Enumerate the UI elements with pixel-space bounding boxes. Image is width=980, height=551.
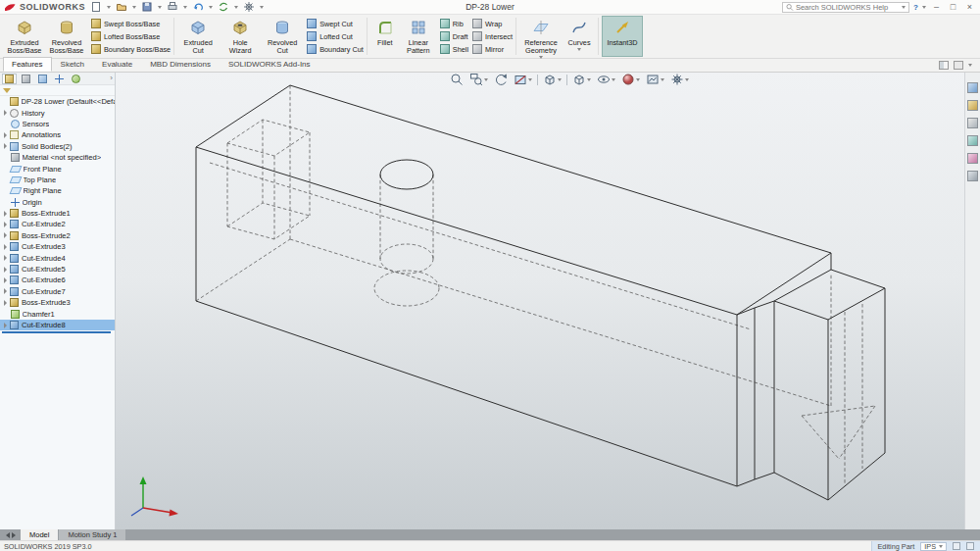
- tree-root[interactable]: DP-28 Lower (Default<<Default>_Disp: [0, 96, 115, 107]
- tab-scroll-controls[interactable]: [2, 529, 20, 540]
- expand-icon[interactable]: [4, 255, 7, 261]
- options-dropdown-caret[interactable]: [260, 6, 264, 9]
- tree-item-cut-extrude7[interactable]: Cut-Extrude7: [0, 286, 115, 297]
- shell-button[interactable]: Shell: [440, 43, 468, 55]
- unit-system-selector[interactable]: IPS: [920, 542, 947, 551]
- reference-geometry-button[interactable]: ReferenceGeometry: [519, 16, 563, 57]
- tree-item-boss-extrude3[interactable]: Boss-Extrude3: [0, 297, 115, 308]
- filter-funnel-icon[interactable]: [3, 88, 11, 93]
- expand-icon[interactable]: [4, 300, 7, 306]
- pane-display-icon[interactable]: [954, 61, 963, 70]
- tree-item-material[interactable]: Material <not specified>: [0, 152, 115, 163]
- boundary-boss-base-button[interactable]: Boundary Boss/Base: [91, 43, 171, 55]
- swept-cut-button[interactable]: Swept Cut: [307, 18, 364, 29]
- close-button[interactable]: ×: [963, 1, 976, 14]
- expand-icon[interactable]: [4, 323, 7, 328]
- rebuild-icon[interactable]: [217, 1, 230, 13]
- lofted-boss-base-button[interactable]: Lofted Boss/Base: [91, 30, 171, 42]
- tree-item-boss-extrude1[interactable]: Boss-Extrude1: [0, 208, 115, 219]
- pane-split-icon[interactable]: [939, 61, 949, 70]
- tree-item-boss-extrude2[interactable]: Boss-Extrude2: [0, 230, 115, 241]
- expand-icon[interactable]: [4, 288, 7, 294]
- file-explorer-icon[interactable]: [967, 118, 978, 128]
- boundary-cut-button[interactable]: Boundary Cut: [307, 43, 364, 55]
- wireframe-model[interactable]: [116, 73, 964, 529]
- tab-features[interactable]: Features: [3, 57, 52, 72]
- expand-icon[interactable]: [4, 222, 7, 227]
- expand-icon[interactable]: [4, 267, 7, 273]
- display-style-button[interactable]: [571, 73, 592, 86]
- tab-sketch[interactable]: Sketch: [52, 57, 93, 72]
- expand-icon[interactable]: [4, 143, 7, 149]
- model-tab[interactable]: Model: [21, 529, 58, 540]
- minimize-button[interactable]: –: [930, 1, 943, 14]
- save-dropdown-caret[interactable]: [158, 6, 162, 9]
- new-dropdown-caret[interactable]: [107, 6, 111, 9]
- view-settings-button[interactable]: [669, 73, 690, 86]
- expand-icon[interactable]: [4, 132, 7, 138]
- rib-button[interactable]: Rib: [440, 18, 468, 29]
- lofted-cut-button[interactable]: Lofted Cut: [307, 30, 364, 42]
- expand-icon[interactable]: [4, 244, 7, 250]
- panel-flyout-arrow[interactable]: ›: [110, 74, 113, 83]
- tab-evaluate[interactable]: Evaluate: [93, 57, 141, 72]
- orientation-caret[interactable]: [558, 78, 562, 81]
- options-gear-icon[interactable]: [242, 1, 256, 13]
- fillet-button[interactable]: Fillet: [370, 16, 400, 57]
- design-library-icon[interactable]: [967, 100, 978, 111]
- print-dropdown-caret[interactable]: [183, 6, 187, 9]
- help-dropdown-caret[interactable]: [922, 6, 926, 9]
- dimxpert-manager-tab[interactable]: [52, 74, 67, 84]
- extruded-cut-button[interactable]: ExtrudedCut: [177, 16, 219, 57]
- tab-mbd-dimensions[interactable]: MBD Dimensions: [141, 57, 220, 72]
- search-input[interactable]: [796, 3, 900, 12]
- curves-button[interactable]: Curves: [564, 16, 595, 57]
- tree-item-origin[interactable]: Origin: [0, 197, 115, 208]
- maximize-button[interactable]: □: [947, 1, 959, 14]
- expand-icon[interactable]: [4, 211, 7, 217]
- tree-item-chamfer1[interactable]: Chamfer1: [0, 308, 115, 319]
- motion-study-tab[interactable]: Motion Study 1: [59, 529, 125, 540]
- extruded-boss-base-button[interactable]: ExtrudedBoss/Base: [4, 16, 45, 57]
- rebuild-dropdown-caret[interactable]: [234, 6, 238, 9]
- search-scope-caret[interactable]: [902, 6, 906, 9]
- tab-solidworks-addins[interactable]: SOLIDWORKS Add-Ins: [220, 57, 319, 72]
- solidworks-resources-icon[interactable]: [967, 82, 978, 93]
- tree-item-cut-extrude6[interactable]: Cut-Extrude6: [0, 275, 115, 285]
- apply-scene-button[interactable]: [645, 73, 665, 86]
- appearance-caret[interactable]: [636, 78, 640, 81]
- graphics-area[interactable]: [116, 73, 964, 529]
- swept-boss-base-button[interactable]: Swept Boss/Base: [91, 18, 171, 29]
- scene-caret[interactable]: [661, 78, 664, 81]
- expand-icon[interactable]: [4, 110, 7, 116]
- tree-item-top-plane[interactable]: Top Plane: [0, 175, 115, 185]
- instant3d-button[interactable]: Instant3D: [602, 16, 643, 57]
- status-quick-tips-icon[interactable]: [966, 542, 974, 550]
- new-document-icon[interactable]: [89, 1, 103, 13]
- view-orientation-button[interactable]: [542, 73, 563, 86]
- wrap-button[interactable]: Wrap: [472, 18, 513, 29]
- zoom-to-area-button[interactable]: [468, 73, 489, 86]
- zoom-to-fit-button[interactable]: [449, 73, 465, 86]
- revolved-cut-button[interactable]: RevolvedCut: [262, 16, 303, 57]
- tree-item-cut-extrude4[interactable]: Cut-Extrude4: [0, 252, 115, 263]
- save-icon[interactable]: [140, 1, 154, 13]
- linear-pattern-button[interactable]: LinearPattern: [401, 16, 436, 57]
- custom-properties-icon[interactable]: [967, 171, 978, 181]
- display-manager-tab[interactable]: [69, 74, 83, 84]
- tree-item-solid-bodies[interactable]: Solid Bodies(2): [0, 141, 115, 152]
- tree-item-front-plane[interactable]: Front Plane: [0, 163, 115, 174]
- view-settings-caret[interactable]: [685, 78, 689, 81]
- revolved-boss-base-button[interactable]: RevolvedBoss/Base: [46, 16, 87, 57]
- tree-item-right-plane[interactable]: Right Plane: [0, 185, 115, 196]
- tree-item-cut-extrude3[interactable]: Cut-Extrude3: [0, 241, 115, 252]
- open-dropdown-caret[interactable]: [132, 6, 136, 9]
- mirror-button[interactable]: Mirror: [472, 43, 513, 55]
- section-caret[interactable]: [528, 78, 532, 81]
- tree-item-sensors[interactable]: Sensors: [0, 119, 115, 129]
- status-tag-icon[interactable]: [953, 542, 960, 550]
- undo-icon[interactable]: [191, 1, 205, 13]
- rollback-bar[interactable]: [2, 331, 111, 333]
- curves-caret[interactable]: [577, 48, 581, 51]
- tree-item-cut-extrude2[interactable]: Cut-Extrude2: [0, 219, 115, 229]
